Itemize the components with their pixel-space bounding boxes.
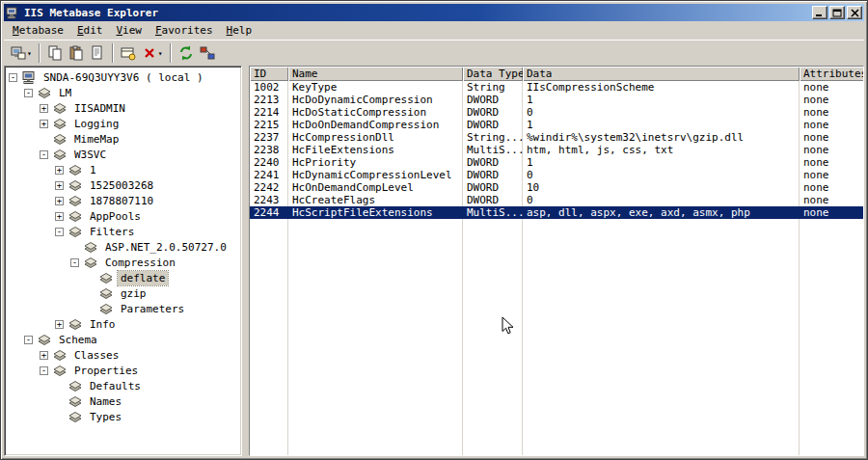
table-row-2213[interactable]: 2213HcDoDynamicCompressionDWORD1none — [250, 94, 863, 106]
cell-data-type: DWORD — [463, 194, 523, 206]
close-button[interactable] — [847, 6, 862, 19]
delete-button[interactable]: ▾ — [139, 42, 166, 64]
collapse-toggle-icon[interactable]: - — [70, 258, 79, 267]
expand-toggle-icon[interactable]: + — [40, 351, 48, 360]
splitter[interactable] — [242, 66, 249, 456]
menu-item-metabase[interactable]: Metabase — [6, 22, 70, 39]
tree-item-logging[interactable]: +Logging — [7, 116, 241, 131]
maximize-icon — [832, 9, 842, 17]
tree-item-label: W3SVC — [71, 148, 109, 162]
metabase-key-icon — [98, 303, 114, 315]
tree-item-1[interactable]: +1 — [7, 162, 241, 177]
cell-data-type: String... — [463, 131, 523, 144]
tree-item-w3svc[interactable]: -W3SVC — [7, 147, 241, 162]
cell-name: HcDoOnDemandCompression — [288, 119, 463, 131]
expand-toggle-icon[interactable]: + — [55, 181, 64, 190]
tree-item-1878807110[interactable]: +1878807110 — [7, 193, 241, 208]
new-record-button[interactable] — [118, 42, 139, 64]
network-button[interactable] — [197, 42, 218, 64]
new-record-icon — [121, 45, 136, 61]
menu-item-view[interactable]: View — [109, 22, 149, 39]
expand-toggle-icon[interactable]: + — [40, 120, 48, 128]
collapse-toggle-icon[interactable]: - — [40, 150, 48, 159]
table-row-1002[interactable]: 1002KeyTypeStringIIsCompressionSchemenon… — [250, 81, 863, 94]
expand-toggle-icon[interactable]: + — [55, 320, 64, 329]
tree-item-1525003268[interactable]: +1525003268 — [7, 177, 241, 193]
column-header-name[interactable]: Name — [288, 67, 463, 81]
tree-item-deflate[interactable]: deflate — [7, 270, 241, 285]
expand-toggle-icon[interactable]: + — [55, 197, 64, 205]
metabase-key-icon — [68, 195, 83, 207]
table-row-2244[interactable]: 2244HcScriptFileExtensionsMultiS...asp, … — [250, 206, 863, 219]
cell-name: HcFileExtensions — [288, 144, 463, 156]
menu-item-edit[interactable]: Edit — [70, 22, 110, 39]
cell-data-type: String — [463, 81, 523, 94]
tree-item-gzip[interactable]: gzip — [7, 285, 241, 301]
main-area: -SNDA-69Q3UYY3V6 ( local )-LM+IISADMIN+L… — [4, 66, 864, 456]
collapse-toggle-icon[interactable]: - — [55, 228, 64, 236]
page-button[interactable] — [87, 42, 108, 64]
tree-item-classes[interactable]: +Classes — [7, 347, 241, 363]
table-row-2241[interactable]: 2241HcDynamicCompressionLevelDWORD0none — [250, 169, 863, 181]
column-header-id[interactable]: ID — [250, 67, 288, 81]
tree-item-mimemap[interactable]: MimeMap — [7, 131, 241, 147]
window-title: IIS Metabase Explorer — [24, 7, 812, 19]
metabase-key-icon — [52, 349, 68, 362]
menu-item-favorites[interactable]: Favorites — [149, 22, 220, 39]
minimize-button[interactable] — [812, 6, 827, 19]
expand-toggle-icon[interactable]: + — [55, 166, 64, 175]
cell-name: HcCreateFlags — [288, 194, 463, 206]
tree-item-snda-69q3uyy3v6-local[interactable]: -SNDA-69Q3UYY3V6 ( local ) — [7, 69, 241, 85]
column-header-data[interactable]: Data — [523, 67, 800, 81]
maximize-button[interactable] — [829, 6, 845, 19]
expand-toggle-icon[interactable]: + — [40, 104, 48, 113]
cell-data: 0 — [523, 194, 800, 206]
scope-button[interactable]: ▾ — [8, 42, 35, 64]
toolbar: ▾▾ — [4, 40, 864, 66]
tree-item-label: SNDA-69Q3UYY3V6 ( local ) — [41, 70, 206, 85]
title-bar[interactable]: IIS Metabase Explorer — [4, 4, 864, 21]
tree-item-asp-net-2-0-50727-0[interactable]: ASP.NET_2.0.50727.0 — [7, 239, 241, 255]
collapse-toggle-icon[interactable]: - — [40, 366, 48, 375]
collapse-toggle-icon[interactable]: - — [24, 89, 33, 97]
refresh-button[interactable] — [176, 42, 197, 64]
tree-item-schema[interactable]: -Schema — [7, 332, 241, 347]
tree-item-filters[interactable]: -Filters — [7, 224, 241, 239]
table-panel: IDNameData TypeDataAttributes 1002KeyTyp… — [249, 66, 864, 456]
tree-item-compression[interactable]: -Compression — [7, 255, 241, 270]
tree-item-names[interactable]: Names — [7, 393, 241, 409]
metabase-key-icon — [68, 318, 83, 331]
cell-name: HcOnDemandCompLevel — [288, 181, 463, 194]
table-row-2215[interactable]: 2215HcDoOnDemandCompressionDWORD1none — [250, 119, 863, 131]
tree-item-apppools[interactable]: +AppPools — [7, 208, 241, 224]
table-row-2237[interactable]: 2237HcCompressionDllString...%windir%\sy… — [250, 131, 863, 144]
table-row-2242[interactable]: 2242HcOnDemandCompLevelDWORD10none — [250, 181, 863, 194]
app-icon — [6, 6, 21, 19]
tree-item-properties[interactable]: -Properties — [7, 363, 241, 378]
tree-item-label: Info — [87, 317, 119, 332]
dropdown-arrow-icon[interactable]: ▾ — [158, 49, 163, 58]
network-icon — [200, 45, 215, 61]
copy-button[interactable] — [44, 42, 66, 64]
table-row-2214[interactable]: 2214HcDoStaticCompressionDWORD0none — [250, 106, 863, 119]
table-row-2243[interactable]: 2243HcCreateFlagsDWORD0none — [250, 194, 863, 206]
paste-button[interactable] — [66, 42, 87, 64]
collapse-toggle-icon[interactable]: - — [9, 73, 17, 82]
tree-item-types[interactable]: Types — [7, 409, 241, 424]
column-header-attributes[interactable]: Attributes — [800, 67, 864, 81]
cell-attributes: none — [800, 206, 863, 219]
cell-id: 2213 — [250, 94, 288, 106]
tree-item-defaults[interactable]: Defaults — [7, 378, 241, 393]
table-row-2238[interactable]: 2238HcFileExtensionsMultiS...htm, html, … — [250, 144, 863, 156]
table-row-2240[interactable]: 2240HcPriorityDWORD1none — [250, 156, 863, 169]
tree-item-info[interactable]: +Info — [7, 316, 241, 332]
cell-attributes: none — [800, 94, 863, 106]
menu-item-help[interactable]: Help — [220, 22, 259, 39]
expand-toggle-icon[interactable]: + — [55, 212, 64, 221]
dropdown-arrow-icon[interactable]: ▾ — [27, 49, 32, 58]
column-header-data-type[interactable]: Data Type — [463, 67, 523, 81]
tree-item-parameters[interactable]: Parameters — [7, 301, 241, 316]
tree-item-iisadmin[interactable]: +IISADMIN — [7, 100, 241, 116]
tree-item-lm[interactable]: -LM — [7, 85, 241, 100]
collapse-toggle-icon[interactable]: - — [24, 336, 33, 344]
